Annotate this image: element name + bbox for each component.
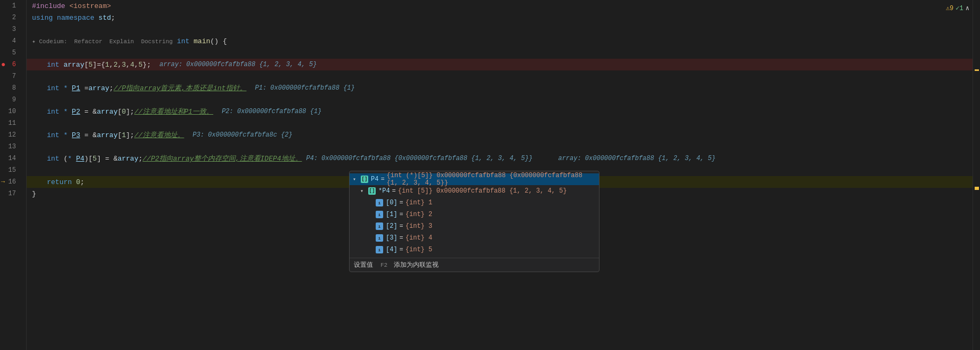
- line-row: 9: [0, 94, 26, 106]
- debug-p2: P2: 0x000000fcfafbfa88 {1}: [222, 108, 321, 115]
- watch-row-1[interactable]: i [1] = {int} 2: [350, 209, 599, 220]
- ptr-star-8: *: [63, 84, 68, 92]
- ptr-star-12: *: [63, 131, 68, 139]
- num-1-12: 1: [122, 131, 126, 139]
- bracket: [: [84, 61, 88, 69]
- kw-int-8: int: [47, 84, 59, 92]
- watch-popup-content: ▾ [] P4 = {int (*)[5]} 0x000000fcfafbfa8…: [350, 171, 599, 258]
- ns-std: std: [99, 14, 111, 22]
- num-3: 3: [122, 61, 126, 69]
- code-line-11: [27, 117, 973, 129]
- line-number-17: 17: [0, 190, 20, 197]
- space: [65, 2, 69, 10]
- scrollbar-marker: [975, 69, 979, 71]
- nav-arrow[interactable]: ∧: [966, 4, 969, 12]
- sp: =: [80, 84, 88, 92]
- comma: ,: [118, 61, 122, 69]
- watch-1-val: {int} 2: [406, 211, 432, 218]
- add-watch-button[interactable]: 添加为内联监视: [394, 260, 439, 269]
- watch-4-eq: =: [400, 246, 403, 253]
- watch-row-0[interactable]: i [0] = {int} 1: [350, 197, 599, 209]
- line-row: 10: [0, 106, 26, 117]
- line-number-14: 14: [0, 155, 20, 162]
- set-value-button[interactable]: 设置值: [354, 260, 373, 269]
- num-4: 4: [130, 61, 134, 69]
- bracket2: ]={: [93, 61, 105, 69]
- kw-int: int: [177, 37, 189, 45]
- chevron-down-icon-2: ▾: [360, 188, 368, 194]
- num-1: 1: [105, 61, 109, 69]
- code-line-5: [27, 47, 973, 59]
- kw-using: using: [32, 14, 53, 22]
- watch-row-4[interactable]: i [4] = {int} 5: [350, 244, 599, 256]
- var-p4: P4: [76, 155, 85, 163]
- watch-star-p4-eq: =: [392, 187, 396, 195]
- code-line-2: using namespace std ;: [27, 12, 973, 23]
- line-row: 4: [0, 35, 26, 47]
- watch-int-icon-4: i: [375, 246, 384, 253]
- cmt-10: //注意看地址和P1一致。: [134, 107, 213, 116]
- line-row: 17: [0, 188, 26, 200]
- watch-row-p4[interactable]: ▾ [] P4 = {int (*)[5]} 0x000000fcfafbfa8…: [350, 173, 599, 185]
- line-row: 1: [0, 0, 26, 12]
- kw-int-14: int: [47, 155, 59, 163]
- comma: ,: [126, 61, 130, 69]
- code-line-8: int * P1 = array ; //P指向array首元素,本质还是int…: [27, 82, 973, 94]
- code-area[interactable]: #include <iostream> using namespace std …: [27, 0, 973, 350]
- int-icon-2: i: [376, 222, 383, 230]
- watch-star-p4-name: *P4: [378, 187, 390, 195]
- sp: [59, 84, 63, 92]
- line-row: 12: [0, 129, 26, 141]
- watch-row-2[interactable]: i [2] = {int} 3: [350, 220, 599, 232]
- line-numbers: 1 2 3 4 5 ● 6 7: [0, 0, 26, 200]
- line-row-breakpoint: ● 6: [0, 59, 26, 70]
- array-icon: []: [361, 176, 368, 183]
- line-number-10: 10: [0, 108, 20, 115]
- top-indicators: ⚠9 ✓1 ∧: [946, 4, 969, 12]
- watch-row-3[interactable]: i [3] = {int} 4: [350, 232, 599, 244]
- sp: [72, 178, 76, 186]
- sp: [53, 14, 57, 22]
- code-line-13: [27, 141, 973, 153]
- sp: [94, 14, 99, 22]
- var-array: array: [63, 61, 84, 69]
- code-line-10: int * P2 = & array [ 0 ]; //注意看地址和P1一致。 …: [27, 106, 973, 117]
- line-number-13: 13: [0, 143, 20, 150]
- num-0-10: 0: [122, 108, 126, 116]
- watch-int-icon-1: i: [375, 211, 384, 218]
- sp: = &: [101, 155, 117, 163]
- code-line-7: [27, 70, 973, 82]
- sp: [59, 131, 63, 139]
- var-array-8: array: [88, 84, 109, 92]
- watch-idx-2: [2]: [386, 222, 398, 230]
- paren: (): [210, 37, 219, 45]
- watch-row-star-p4[interactable]: ▾ [] *P4 = {int [5]} 0x000000fcfafbfa88 …: [350, 185, 599, 197]
- cmt-12: //注意看地址。: [134, 130, 184, 140]
- bracket-12: [: [118, 131, 122, 139]
- sp: [72, 155, 76, 163]
- watch-0-eq: =: [400, 199, 403, 206]
- line-row: 11: [0, 117, 26, 129]
- code-line-14: int ( * P4 )[ 5 ] = & array ; //P2指向arra…: [27, 153, 973, 164]
- line-number-7: 7: [0, 73, 20, 80]
- keyword-include: #include: [32, 2, 65, 10]
- right-scrollbar[interactable]: [973, 0, 980, 350]
- int-icon-1: i: [376, 211, 383, 218]
- bracket-14: )[: [84, 155, 93, 163]
- int-icon-0: i: [376, 199, 383, 206]
- kw-int-6: int: [47, 61, 59, 69]
- include-path: <iostream>: [69, 2, 111, 10]
- sp: [59, 61, 63, 69]
- line-number-12: 12: [0, 131, 20, 139]
- semi-8: ;: [109, 84, 114, 92]
- watch-star-p4-val: {int [5]} 0x000000fcfafbfa88 {1, 2, 3, 4…: [398, 187, 567, 195]
- watch-idx-3: [3]: [386, 234, 398, 242]
- warning-badge: ⚠9: [946, 4, 953, 12]
- watch-popup[interactable]: ▾ [] P4 = {int (*)[5]} 0x000000fcfafbfa8…: [349, 171, 600, 272]
- watch-array-icon-p4: []: [360, 176, 369, 183]
- bracket-close-12: ];: [126, 131, 134, 139]
- watch-int-icon-3: i: [375, 234, 384, 242]
- code-line-4: ✦ Codeium: Refactor Explain Docstring in…: [27, 35, 973, 47]
- bracket-close-10: ];: [126, 108, 134, 116]
- watch-4-val: {int} 5: [406, 246, 432, 253]
